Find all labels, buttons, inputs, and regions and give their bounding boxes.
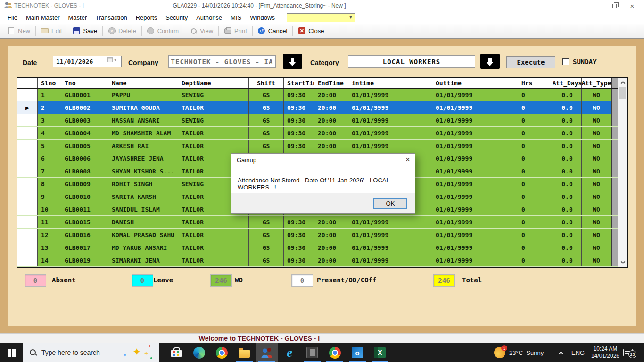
taskbar-people-app-button[interactable]	[256, 343, 278, 362]
category-down-arrow-button[interactable]	[480, 54, 500, 69]
grid-cell: WO	[582, 254, 611, 266]
menu-item-file[interactable]: File	[3, 12, 22, 23]
table-row[interactable]: 12GLB0016KOMAL PRASAD SAHUTAILORGS09:302…	[17, 229, 618, 241]
language-indicator[interactable]: ENG	[571, 343, 585, 362]
grid-cell: MD YAKUB ANSARI	[108, 241, 178, 254]
delete-button[interactable]: ✕Delete	[103, 25, 141, 37]
confirm-button[interactable]: Confirm	[142, 25, 184, 37]
toolbar-button-label: View	[200, 27, 213, 34]
grid-cell: GLB0017	[61, 241, 108, 254]
row-selector-cell: ▶	[17, 101, 38, 114]
taskbar-microsoft-store-button[interactable]	[165, 343, 188, 362]
calendar-dropdown-icon[interactable]: ▾	[107, 57, 116, 62]
grid-cell: 01/01/9999	[432, 229, 518, 241]
ok-button[interactable]: OK	[373, 198, 407, 209]
new-button[interactable]: New	[3, 25, 35, 37]
company-down-arrow-button[interactable]	[283, 54, 302, 69]
category-field[interactable]: LOCAL WORKERS	[348, 55, 475, 68]
menu-item-security[interactable]: Security	[161, 12, 192, 23]
taskbar-file-explorer-button[interactable]	[233, 343, 256, 362]
close-button[interactable]: ✕Close	[293, 25, 329, 37]
menu-item-windows[interactable]: Windows	[246, 12, 279, 23]
execute-button[interactable]: Execute	[506, 56, 555, 68]
grid-cell: SIMARANI JENA	[108, 254, 178, 266]
toolbar-separator	[102, 26, 103, 36]
save-button[interactable]: Save	[68, 25, 102, 37]
grid-cell: GLB0001	[61, 89, 108, 101]
start-button[interactable]	[0, 343, 23, 362]
menu-combobox[interactable]: ▼	[287, 13, 355, 22]
sunday-checkbox[interactable]	[562, 58, 569, 65]
taskbar-clock[interactable]: 10:24 AM 14/01/2026	[590, 343, 620, 362]
table-row[interactable]: 11GLB0015DANISHTAILORGS09:3020:0001/01/9…	[17, 216, 618, 229]
taskbar-edge-button[interactable]	[188, 343, 210, 362]
grid-cell: 0	[518, 127, 553, 139]
edit-button[interactable]: Edit	[36, 25, 66, 37]
menu-item-reports[interactable]: Reports	[132, 12, 162, 23]
taskbar-chrome-button[interactable]	[323, 343, 346, 362]
grid-cell: KOMAL PRASAD SAHU	[108, 229, 178, 241]
menu-item-main-master[interactable]: Main Master	[22, 12, 64, 23]
table-row[interactable]: 4GLB0004MD SHAMSHIR ALAMTAILORGS09:3020:…	[17, 127, 618, 140]
menu-item-master[interactable]: Master	[64, 12, 91, 23]
table-row[interactable]: 3GLB0003HASSAN ANSARISEWINGGS09:3020:000…	[17, 114, 618, 127]
taskbar-chevron-up-icon[interactable]	[559, 343, 563, 362]
table-row[interactable]: 14GLB0019SIMARANI JENATAILORGS09:3020:00…	[17, 254, 618, 267]
grid-cell: 8	[38, 178, 61, 190]
menu-item-transaction[interactable]: Transaction	[91, 12, 131, 23]
view-button[interactable]: View	[185, 25, 218, 37]
taskbar-excel-button[interactable]: X	[369, 343, 391, 362]
toolbar-separator	[252, 26, 253, 36]
taskbar-internet-explorer-button[interactable]: e	[278, 343, 301, 362]
column-header-deptname: DeptName	[178, 78, 249, 88]
scrollbar-thumb[interactable]	[619, 87, 626, 99]
edge-icon	[193, 347, 205, 359]
save-disk-icon	[73, 27, 80, 35]
menu-item-mis[interactable]: MIS	[226, 12, 246, 23]
microsoft-store-icon	[171, 348, 182, 357]
grid-cell: 10	[38, 203, 61, 215]
toolbar-button-label: Edit	[51, 27, 62, 34]
notification-center-button[interactable]: 23	[623, 343, 633, 362]
table-row[interactable]: 1GLB0001PAPPUSEWINGGS09:3020:0001/01/999…	[17, 89, 618, 101]
scroll-up-icon[interactable]	[618, 79, 627, 86]
message-dialog: Gainup × Attendance Not Stored - Date Of…	[231, 153, 415, 214]
edit-folder-icon	[41, 27, 49, 35]
taskbar-outlook-button[interactable]: o	[346, 343, 369, 362]
restore-button[interactable]	[606, 0, 622, 11]
file-manager-icon	[306, 347, 318, 358]
grid-cell: 01/01/9999	[432, 254, 518, 266]
toolbar-separator	[35, 26, 36, 36]
grid-filler	[611, 229, 618, 241]
grid-cell: TAILOR	[178, 101, 249, 114]
close-window-button[interactable]: ×	[624, 0, 640, 11]
print-button[interactable]: Print	[219, 25, 252, 37]
close-icon: ✕	[298, 27, 305, 35]
grid-cell: 20:00	[314, 89, 348, 101]
cancel-button[interactable]: ↺Cancel	[253, 25, 292, 37]
weather-widget[interactable]: 1 23°C Sunny	[494, 343, 544, 362]
scroll-down-icon[interactable]	[618, 258, 627, 266]
column-header-endtime: EndTime	[314, 78, 348, 88]
company-field[interactable]: TECHNOTEK - GLOVES - IA	[168, 55, 276, 68]
confirm-icon	[147, 27, 155, 35]
dialog-close-icon[interactable]: ×	[405, 155, 410, 165]
grid-cell: 01/01/9999	[432, 203, 518, 215]
grid-cell: 13	[38, 241, 61, 254]
taskbar-chrome-button[interactable]	[210, 343, 233, 362]
grid-cell: 0	[518, 165, 553, 177]
taskbar-search-input[interactable]: Type here to search ✦✦✦	[23, 343, 159, 362]
taskbar-file-manager-button[interactable]	[301, 343, 323, 362]
table-row[interactable]: ▶2GLB0002SUMITRA GOUDATAILORGS09:3020:00…	[17, 101, 618, 114]
toolbar-separator	[184, 26, 184, 36]
column-header-name: Name	[108, 78, 178, 88]
grid-cell: GLB0016	[61, 229, 108, 241]
print-icon	[224, 27, 231, 35]
menu-item-authorise[interactable]: Authorise	[192, 12, 226, 23]
grid-cell: 0	[518, 216, 553, 228]
vertical-scrollbar[interactable]	[618, 78, 627, 267]
grid-filler	[611, 254, 618, 266]
table-row[interactable]: 13GLB0017MD YAKUB ANSARITAILORGS09:3020:…	[17, 241, 618, 254]
table-row[interactable]: 5GLB0005ARKESH RAITAILORGS09:3020:0001/0…	[17, 140, 618, 152]
minimize-button[interactable]	[588, 0, 604, 11]
